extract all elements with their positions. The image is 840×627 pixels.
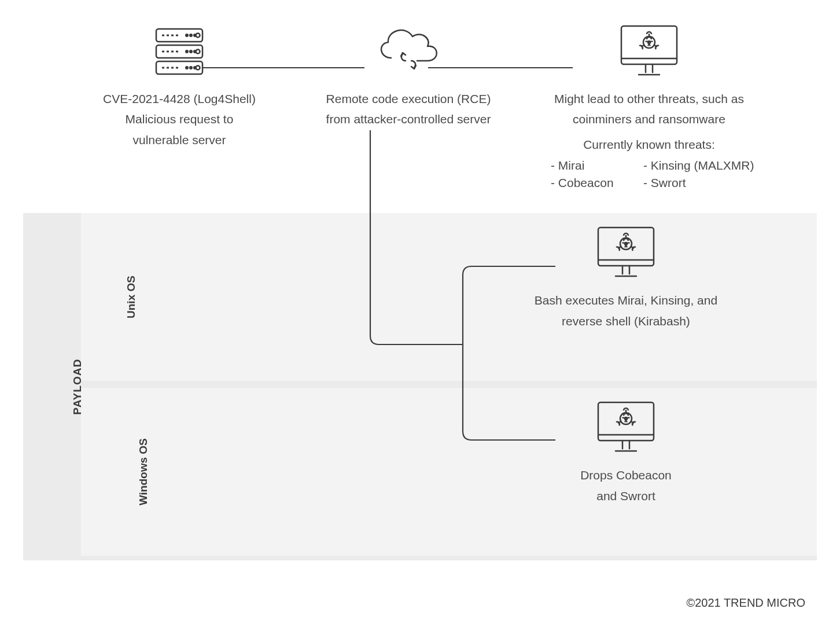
threat-b: - Kinsing (MALXMR) bbox=[643, 159, 759, 173]
server-icon bbox=[150, 17, 208, 87]
windows-label: Windows OS bbox=[137, 438, 150, 505]
threat-list: - Mirai - Kinsing (MALXMR) - Cobeacon - … bbox=[539, 159, 759, 190]
windows-node: Drops Cobeacon and Swrort bbox=[528, 394, 724, 504]
node3-line1: Might lead to other threats, such as bbox=[554, 90, 744, 107]
unix-caption2: reverse shell (Kirabash) bbox=[562, 313, 690, 329]
svg-point-23 bbox=[186, 67, 188, 69]
win-caption2: and Swrort bbox=[596, 487, 655, 504]
svg-point-19 bbox=[186, 50, 188, 53]
svg-point-20 bbox=[190, 50, 192, 53]
unix-section: Unix OS bbox=[81, 213, 817, 381]
node1-line1: CVE-2021-4428 (Log4Shell) bbox=[103, 90, 256, 107]
svg-point-26 bbox=[196, 66, 200, 70]
node-server: CVE-2021-4428 (Log4Shell) Malicious requ… bbox=[75, 17, 283, 148]
unix-caption1: Bash executes Mirai, Kinsing, and bbox=[535, 292, 717, 309]
threat-a: - Mirai bbox=[551, 159, 643, 173]
cloud-arrows-icon bbox=[371, 17, 446, 87]
svg-point-18 bbox=[196, 34, 200, 38]
unix-label: Unix OS bbox=[125, 276, 138, 318]
node-threat-monitor: Might lead to other threats, such as coi… bbox=[533, 17, 765, 190]
svg-point-16 bbox=[190, 34, 192, 36]
node2-line2: from attacker-controlled server bbox=[326, 111, 491, 127]
infected-monitor-icon bbox=[591, 394, 661, 463]
infected-monitor-icon bbox=[614, 17, 684, 87]
svg-point-30 bbox=[648, 41, 650, 43]
copyright: ©2021 TREND MICRO bbox=[686, 596, 805, 610]
unix-node: Bash executes Mirai, Kinsing, and revers… bbox=[528, 219, 724, 329]
windows-section: Windows OS bbox=[81, 388, 817, 556]
svg-point-24 bbox=[190, 67, 192, 69]
payload-area: PAYLOAD Unix OS bbox=[23, 213, 817, 560]
svg-point-44 bbox=[625, 417, 627, 420]
top-row: CVE-2021-4428 (Log4Shell) Malicious requ… bbox=[23, 17, 817, 190]
node3-line2: coinminers and ransomware bbox=[573, 111, 725, 127]
infected-monitor-icon bbox=[591, 219, 661, 288]
node1-line2: Malicious request to bbox=[126, 111, 234, 127]
node1-line3: vulnerable server bbox=[132, 131, 226, 148]
svg-point-37 bbox=[625, 243, 627, 245]
svg-point-22 bbox=[196, 50, 200, 54]
node-cloud: Remote code execution (RCE) from attacke… bbox=[304, 17, 513, 128]
threat-c: - Cobeacon bbox=[551, 176, 643, 190]
svg-point-15 bbox=[186, 34, 188, 36]
node2-line1: Remote code execution (RCE) bbox=[326, 90, 491, 107]
win-caption1: Drops Cobeacon bbox=[580, 467, 672, 483]
node3-sub: Currently known threats: bbox=[583, 136, 715, 153]
threat-d: - Swrort bbox=[643, 176, 759, 190]
